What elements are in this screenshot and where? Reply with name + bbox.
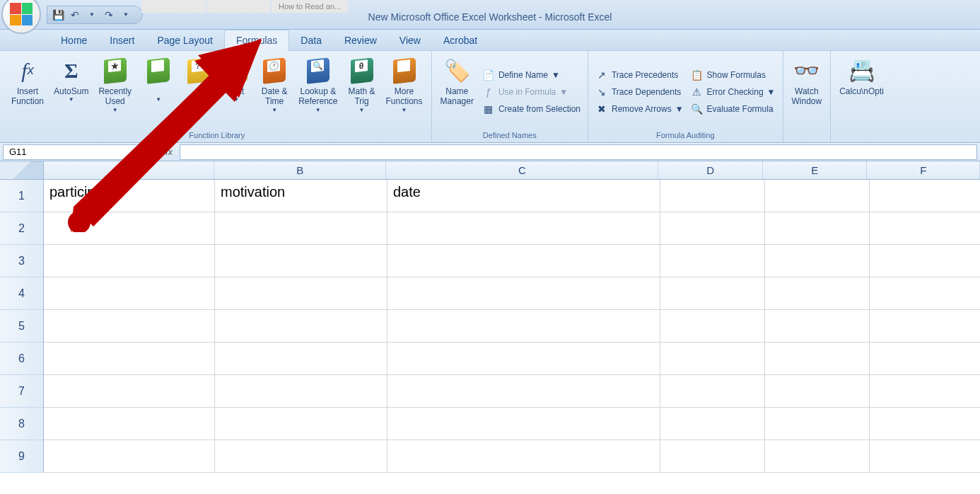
cell-A2[interactable] xyxy=(44,212,215,245)
date-time-button[interactable]: 🕐 Date & Time▼ xyxy=(256,54,293,130)
cell-A4[interactable] xyxy=(44,277,215,310)
cell-F2[interactable] xyxy=(870,212,980,245)
tab-formulas[interactable]: Formulas xyxy=(224,30,289,51)
undo-dropdown[interactable]: ▼ xyxy=(86,8,98,21)
more-functions-button[interactable]: More Functions▼ xyxy=(382,54,427,130)
cell-D2[interactable] xyxy=(660,212,765,245)
cell-E5[interactable] xyxy=(765,310,870,343)
col-header-a[interactable]: A xyxy=(44,161,214,179)
cell-E2[interactable] xyxy=(765,212,870,245)
use-in-formula-button[interactable]: ƒUse in Formula ▼ xyxy=(479,84,583,100)
trace-dependents-button[interactable]: ↘Trace Dependents xyxy=(593,84,687,100)
row-header-4[interactable]: 4 xyxy=(0,277,44,310)
cell-D5[interactable] xyxy=(660,310,765,343)
row-header-7[interactable]: 7 xyxy=(0,375,44,408)
cell-B2[interactable] xyxy=(215,212,387,245)
redo-button[interactable]: ↷ xyxy=(103,8,115,21)
cell-B9[interactable] xyxy=(215,440,387,473)
name-manager-button[interactable]: 🏷️ Name Manager xyxy=(436,54,478,130)
cell-A1[interactable]: participans xyxy=(44,180,215,212)
logical-button[interactable]: ? Logical▼ xyxy=(181,54,216,130)
cell-D6[interactable] xyxy=(660,343,765,375)
save-button[interactable]: 💾 xyxy=(52,8,64,21)
cell-D1[interactable] xyxy=(660,180,765,212)
name-box-dropdown[interactable]: ▼ xyxy=(132,149,138,155)
tab-acrobat[interactable]: Acrobat xyxy=(432,30,489,50)
cell-B1[interactable]: motivation xyxy=(215,180,387,212)
math-trig-button[interactable]: θ Math & Trig▼ xyxy=(344,54,380,130)
select-all-corner[interactable] xyxy=(0,161,44,179)
row-header-5[interactable]: 5 xyxy=(0,310,44,343)
formula-input[interactable] xyxy=(180,144,977,160)
row-header-1[interactable]: 1 xyxy=(0,180,44,212)
remove-arrows-button[interactable]: ✖Remove Arrows ▼ xyxy=(593,101,687,117)
office-button[interactable] xyxy=(1,0,41,34)
cell-F3[interactable] xyxy=(870,245,980,277)
cell-C2[interactable] xyxy=(387,212,660,245)
show-formulas-button[interactable]: 📋Show Formulas xyxy=(688,67,778,83)
cell-C4[interactable] xyxy=(387,277,660,310)
cell-D7[interactable] xyxy=(660,375,765,408)
tab-page-layout[interactable]: Page Layout xyxy=(146,30,224,50)
cell-D8[interactable] xyxy=(660,408,765,440)
cell-C5[interactable] xyxy=(387,310,660,343)
cell-B8[interactable] xyxy=(215,408,387,440)
cell-F6[interactable] xyxy=(870,343,980,375)
cell-D4[interactable] xyxy=(660,277,765,310)
define-name-button[interactable]: 📄Define Name ▼ xyxy=(479,67,583,83)
tab-view[interactable]: View xyxy=(388,30,432,50)
col-header-b[interactable]: B xyxy=(214,161,386,179)
insert-function-button[interactable]: fx Insert Function xyxy=(7,54,48,130)
cell-C7[interactable] xyxy=(387,375,660,408)
lookup-reference-button[interactable]: 🔍 Lookup & Reference▼ xyxy=(294,54,342,130)
cell-B7[interactable] xyxy=(215,375,387,408)
cell-C1[interactable]: date xyxy=(387,180,660,212)
cell-A8[interactable] xyxy=(44,408,215,440)
undo-button[interactable]: ↶ xyxy=(69,8,81,21)
error-checking-button[interactable]: ⚠Error Checking ▼ xyxy=(688,84,778,100)
tab-review[interactable]: Review xyxy=(333,30,388,50)
qat-customize[interactable]: ▼ xyxy=(119,8,132,21)
cell-C3[interactable] xyxy=(387,245,660,277)
evaluate-formula-button[interactable]: 🔍Evaluate Formula xyxy=(688,101,778,117)
row-header-8[interactable]: 8 xyxy=(0,408,44,440)
cell-C8[interactable] xyxy=(387,408,660,440)
cell-B3[interactable] xyxy=(215,245,387,277)
cell-F9[interactable] xyxy=(870,440,980,473)
tab-home[interactable]: Home xyxy=(49,30,98,50)
fx-icon[interactable]: fx xyxy=(165,147,173,157)
recently-used-button[interactable]: ★ Recently Used▼ xyxy=(94,54,136,130)
cell-A6[interactable] xyxy=(44,343,215,375)
calculation-options-button[interactable]: 📇 Calcu\nOpti xyxy=(835,54,888,130)
col-header-e[interactable]: E xyxy=(763,161,868,179)
cell-D3[interactable] xyxy=(660,245,765,277)
cell-F4[interactable] xyxy=(870,277,980,310)
cell-E3[interactable] xyxy=(765,245,870,277)
col-header-f[interactable]: F xyxy=(867,161,980,179)
cell-E9[interactable] xyxy=(765,440,870,473)
cell-F8[interactable] xyxy=(870,408,980,440)
financial-button[interactable]: Financial▼ xyxy=(137,54,180,130)
row-header-2[interactable]: 2 xyxy=(0,212,44,245)
cell-D9[interactable] xyxy=(660,440,765,473)
row-header-6[interactable]: 6 xyxy=(0,343,44,375)
cell-E4[interactable] xyxy=(765,277,870,310)
cell-E6[interactable] xyxy=(765,343,870,375)
watch-window-button[interactable]: 👓 Watch Window xyxy=(788,54,827,130)
cell-B6[interactable] xyxy=(215,343,387,375)
row-header-3[interactable]: 3 xyxy=(0,245,44,277)
col-header-d[interactable]: D xyxy=(658,161,763,179)
cell-E1[interactable] xyxy=(765,180,870,212)
create-from-selection-button[interactable]: ▦Create from Selection xyxy=(479,101,583,117)
cell-E7[interactable] xyxy=(765,375,870,408)
col-header-c[interactable]: C xyxy=(386,161,658,179)
cell-A5[interactable] xyxy=(44,310,215,343)
cell-C6[interactable] xyxy=(387,343,660,375)
trace-precedents-button[interactable]: ↗Trace Precedents xyxy=(593,67,687,83)
cell-F1[interactable] xyxy=(870,180,980,212)
cell-F5[interactable] xyxy=(870,310,980,343)
name-box[interactable]: G11 ▼ xyxy=(3,144,144,160)
cell-E8[interactable] xyxy=(765,408,870,440)
cell-A7[interactable] xyxy=(44,375,215,408)
cell-B5[interactable] xyxy=(215,310,387,343)
